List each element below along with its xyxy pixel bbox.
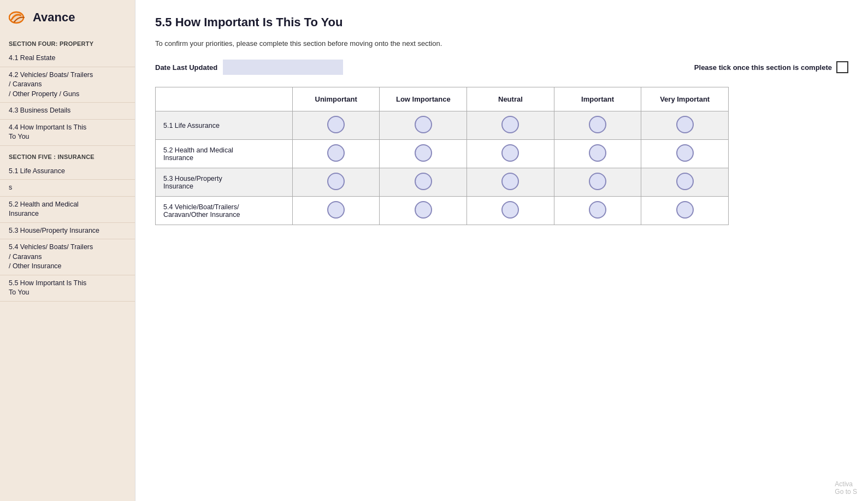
- col-header-4: Important: [554, 87, 641, 111]
- date-row: Date Last Updated Please tick once this …: [155, 60, 848, 75]
- section-four-header: SECTION FOUR: Property: [0, 33, 135, 50]
- cell-5-1-important: [554, 111, 641, 140]
- sidebar-section-five-items: 5.1 Life Assurances5.2 Health and Medica…: [0, 163, 135, 302]
- logo-text: Avance: [33, 10, 75, 25]
- sidebar-item-5-3[interactable]: 5.3 House/Property Insurance: [0, 223, 135, 240]
- cell-5-3-very-important: [641, 168, 729, 197]
- radio-5-3-low-importance[interactable]: [415, 173, 432, 190]
- page-title: 5.5 How Important Is This To You: [155, 15, 848, 30]
- radio-5-3-unimportant[interactable]: [327, 173, 345, 190]
- radio-5-4-very-important[interactable]: [676, 201, 694, 219]
- sidebar-item-4-1[interactable]: 4.1 Real Estate: [0, 50, 135, 67]
- radio-5-1-unimportant[interactable]: [327, 116, 345, 133]
- col-header-3: Neutral: [467, 87, 554, 111]
- date-label: Date Last Updated: [155, 63, 217, 72]
- table-row-5-1: 5.1 Life Assurance: [156, 111, 729, 140]
- cell-5-4-neutral: [467, 197, 554, 225]
- radio-5-3-very-important[interactable]: [676, 173, 694, 190]
- radio-5-4-unimportant[interactable]: [327, 201, 345, 219]
- cell-5-1-neutral: [467, 111, 554, 140]
- complete-section: Please tick once this section is complet…: [694, 61, 848, 73]
- radio-5-3-important[interactable]: [589, 173, 606, 190]
- radio-5-2-unimportant[interactable]: [327, 144, 345, 162]
- section-five-header: SECTION FIVE : Insurance: [0, 146, 135, 163]
- col-header-1: Unimportant: [292, 87, 380, 111]
- cell-5-1-very-important: [641, 111, 729, 140]
- row-label-5-1: 5.1 Life Assurance: [156, 111, 293, 140]
- cell-5-4-unimportant: [292, 197, 380, 225]
- sidebar-item-5-2[interactable]: 5.2 Health and Medical Insurance: [0, 197, 135, 223]
- complete-label: Please tick once this section is complet…: [694, 63, 832, 72]
- sidebar-item-4-2[interactable]: 4.2 Vehicles/ Boats/ Trailers / Caravans…: [0, 67, 135, 103]
- main-content: 5.5 How Important Is This To You To conf…: [135, 0, 868, 501]
- radio-5-1-low-importance[interactable]: [415, 116, 432, 133]
- date-input[interactable]: [223, 60, 343, 75]
- cell-5-1-unimportant: [292, 111, 380, 140]
- sidebar-item-5-4[interactable]: 5.4 Vehicles/ Boats/ Trailers / Caravans…: [0, 239, 135, 275]
- row-label-5-4: 5.4 Vehicle/Boat/Trailers/ Caravan/Other…: [156, 197, 293, 225]
- radio-5-4-important[interactable]: [589, 201, 606, 219]
- cell-5-4-very-important: [641, 197, 729, 225]
- cell-5-2-unimportant: [292, 140, 380, 168]
- radio-5-1-neutral[interactable]: [501, 116, 519, 133]
- cell-5-3-unimportant: [292, 168, 380, 197]
- radio-5-1-important[interactable]: [589, 116, 606, 133]
- cell-5-2-important: [554, 140, 641, 168]
- sidebar-item-4-4[interactable]: 4.4 How Important Is This To You: [0, 120, 135, 146]
- importance-table: UnimportantLow ImportanceNeutralImportan…: [155, 87, 729, 225]
- row-label-5-3: 5.3 House/Property Insurance: [156, 168, 293, 197]
- sidebar-item-4-3[interactable]: 4.3 Business Details: [0, 103, 135, 120]
- sidebar-section-four-items: 4.1 Real Estate4.2 Vehicles/ Boats/ Trai…: [0, 50, 135, 146]
- logo-icon: [9, 10, 28, 25]
- cell-5-3-important: [554, 168, 641, 197]
- radio-5-2-low-importance[interactable]: [415, 144, 432, 162]
- date-section: Date Last Updated: [155, 60, 343, 75]
- row-label-5-2: 5.2 Health and Medical Insurance: [156, 140, 293, 168]
- complete-checkbox[interactable]: [836, 61, 848, 73]
- col-header-0: [156, 87, 293, 111]
- col-header-2: Low Importance: [380, 87, 467, 111]
- activate-watermark: Activa Go to S: [835, 480, 857, 496]
- sidebar: Avance SECTION FOUR: Property 4.1 Real E…: [0, 0, 135, 501]
- cell-5-1-low-importance: [380, 111, 467, 140]
- cell-5-4-low-importance: [380, 197, 467, 225]
- cell-5-3-low-importance: [380, 168, 467, 197]
- table-row-5-3: 5.3 House/Property Insurance: [156, 168, 729, 197]
- table-body: 5.1 Life Assurance5.2 Health and Medical…: [156, 111, 729, 225]
- table-row-5-4: 5.4 Vehicle/Boat/Trailers/ Caravan/Other…: [156, 197, 729, 225]
- col-header-5: Very Important: [641, 87, 729, 111]
- logo: Avance: [0, 0, 135, 33]
- sidebar-item-5-1s[interactable]: s: [0, 180, 135, 197]
- cell-5-4-important: [554, 197, 641, 225]
- cell-5-2-very-important: [641, 140, 729, 168]
- radio-5-2-neutral[interactable]: [501, 144, 519, 162]
- radio-5-3-neutral[interactable]: [501, 173, 519, 190]
- radio-5-2-very-important[interactable]: [676, 144, 694, 162]
- radio-5-2-important[interactable]: [589, 144, 606, 162]
- table-head: UnimportantLow ImportanceNeutralImportan…: [156, 87, 729, 111]
- sidebar-item-5-5[interactable]: 5.5 How Important Is This To You: [0, 275, 135, 302]
- radio-5-4-low-importance[interactable]: [415, 201, 432, 219]
- sidebar-item-5-1[interactable]: 5.1 Life Assurance: [0, 163, 135, 180]
- radio-5-4-neutral[interactable]: [501, 201, 519, 219]
- cell-5-3-neutral: [467, 168, 554, 197]
- cell-5-2-neutral: [467, 140, 554, 168]
- table-row-5-2: 5.2 Health and Medical Insurance: [156, 140, 729, 168]
- cell-5-2-low-importance: [380, 140, 467, 168]
- subtitle: To confirm your priorities, please compl…: [155, 39, 848, 48]
- radio-5-1-very-important[interactable]: [676, 116, 694, 133]
